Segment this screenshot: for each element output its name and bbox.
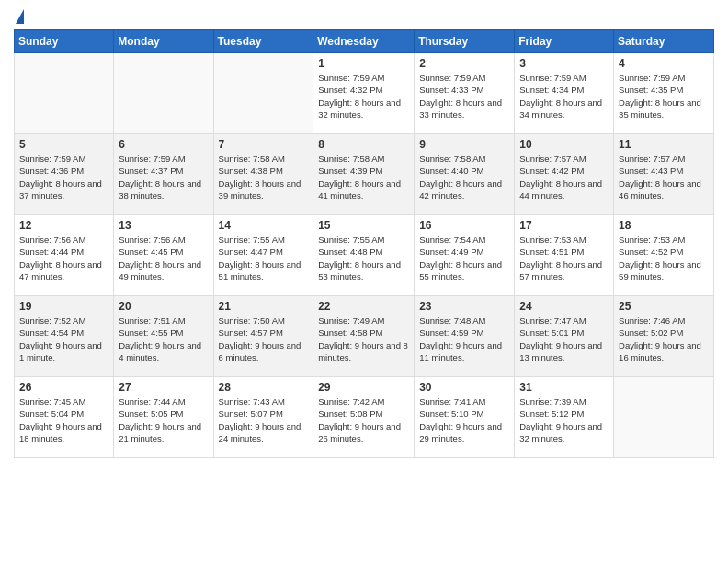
- day-number: 22: [318, 300, 409, 313]
- day-info: Sunrise: 7:53 AM Sunset: 4:51 PM Dayligh…: [519, 234, 609, 282]
- day-number: 27: [119, 381, 208, 394]
- day-number: 4: [619, 57, 709, 70]
- calendar-cell: 21Sunrise: 7:50 AM Sunset: 4:57 PM Dayli…: [213, 296, 313, 377]
- calendar-cell: 15Sunrise: 7:55 AM Sunset: 4:48 PM Dayli…: [313, 215, 415, 296]
- day-number: 3: [519, 57, 609, 70]
- day-number: 7: [219, 138, 309, 151]
- calendar-cell: 11Sunrise: 7:57 AM Sunset: 4:43 PM Dayli…: [614, 134, 714, 215]
- calendar-cell: 17Sunrise: 7:53 AM Sunset: 4:51 PM Dayli…: [515, 215, 614, 296]
- calendar-cell: 26Sunrise: 7:45 AM Sunset: 5:04 PM Dayli…: [15, 377, 114, 458]
- day-info: Sunrise: 7:51 AM Sunset: 4:55 PM Dayligh…: [119, 315, 208, 363]
- day-number: 28: [219, 381, 309, 394]
- calendar-cell: 16Sunrise: 7:54 AM Sunset: 4:49 PM Dayli…: [415, 215, 515, 296]
- calendar-cell: 6Sunrise: 7:59 AM Sunset: 4:37 PM Daylig…: [114, 134, 213, 215]
- day-info: Sunrise: 7:58 AM Sunset: 4:38 PM Dayligh…: [219, 153, 309, 201]
- day-info: Sunrise: 7:44 AM Sunset: 5:05 PM Dayligh…: [119, 396, 208, 444]
- calendar-cell: 25Sunrise: 7:46 AM Sunset: 5:02 PM Dayli…: [614, 296, 714, 377]
- day-number: 24: [519, 300, 609, 313]
- col-header-monday: Monday: [114, 30, 213, 53]
- day-info: Sunrise: 7:59 AM Sunset: 4:36 PM Dayligh…: [19, 153, 108, 201]
- calendar-cell: 2Sunrise: 7:59 AM Sunset: 4:33 PM Daylig…: [415, 53, 515, 134]
- day-number: 16: [419, 219, 509, 232]
- day-info: Sunrise: 7:45 AM Sunset: 5:04 PM Dayligh…: [19, 396, 108, 444]
- day-number: 18: [619, 219, 709, 232]
- day-info: Sunrise: 7:49 AM Sunset: 4:58 PM Dayligh…: [318, 315, 409, 363]
- day-info: Sunrise: 7:56 AM Sunset: 4:45 PM Dayligh…: [119, 234, 208, 282]
- calendar-cell: 4Sunrise: 7:59 AM Sunset: 4:35 PM Daylig…: [614, 53, 714, 134]
- day-number: 31: [519, 381, 609, 394]
- calendar-cell: 5Sunrise: 7:59 AM Sunset: 4:36 PM Daylig…: [15, 134, 114, 215]
- day-info: Sunrise: 7:57 AM Sunset: 4:43 PM Dayligh…: [619, 153, 709, 201]
- calendar-week-row: 1Sunrise: 7:59 AM Sunset: 4:32 PM Daylig…: [15, 53, 714, 134]
- day-info: Sunrise: 7:41 AM Sunset: 5:10 PM Dayligh…: [419, 396, 509, 444]
- calendar-cell: [15, 53, 114, 134]
- col-header-tuesday: Tuesday: [213, 30, 313, 53]
- header: [14, 9, 714, 22]
- calendar-week-row: 12Sunrise: 7:56 AM Sunset: 4:44 PM Dayli…: [15, 215, 714, 296]
- col-header-saturday: Saturday: [614, 30, 714, 53]
- calendar-cell: 20Sunrise: 7:51 AM Sunset: 4:55 PM Dayli…: [114, 296, 213, 377]
- calendar-cell: 9Sunrise: 7:58 AM Sunset: 4:40 PM Daylig…: [415, 134, 515, 215]
- calendar-cell: 27Sunrise: 7:44 AM Sunset: 5:05 PM Dayli…: [114, 377, 213, 458]
- calendar-cell: 18Sunrise: 7:53 AM Sunset: 4:52 PM Dayli…: [614, 215, 714, 296]
- calendar-cell: [114, 53, 213, 134]
- calendar-cell: 22Sunrise: 7:49 AM Sunset: 4:58 PM Dayli…: [313, 296, 415, 377]
- day-number: 17: [519, 219, 609, 232]
- calendar-cell: 29Sunrise: 7:42 AM Sunset: 5:08 PM Dayli…: [313, 377, 415, 458]
- calendar-cell: 31Sunrise: 7:39 AM Sunset: 5:12 PM Dayli…: [515, 377, 614, 458]
- day-number: 29: [318, 381, 409, 394]
- day-number: 26: [19, 381, 108, 394]
- calendar-cell: 8Sunrise: 7:58 AM Sunset: 4:39 PM Daylig…: [313, 134, 415, 215]
- calendar-cell: 14Sunrise: 7:55 AM Sunset: 4:47 PM Dayli…: [213, 215, 313, 296]
- calendar-cell: 19Sunrise: 7:52 AM Sunset: 4:54 PM Dayli…: [15, 296, 114, 377]
- logo: [14, 9, 24, 22]
- day-info: Sunrise: 7:53 AM Sunset: 4:52 PM Dayligh…: [619, 234, 709, 282]
- day-info: Sunrise: 7:55 AM Sunset: 4:48 PM Dayligh…: [318, 234, 409, 282]
- day-number: 11: [619, 138, 709, 151]
- calendar-cell: 24Sunrise: 7:47 AM Sunset: 5:01 PM Dayli…: [515, 296, 614, 377]
- day-number: 20: [119, 300, 208, 313]
- day-number: 15: [318, 219, 409, 232]
- day-number: 1: [318, 57, 409, 70]
- calendar-cell: 7Sunrise: 7:58 AM Sunset: 4:38 PM Daylig…: [213, 134, 313, 215]
- calendar-header-row: SundayMondayTuesdayWednesdayThursdayFrid…: [15, 30, 714, 53]
- day-number: 10: [519, 138, 609, 151]
- calendar-table: SundayMondayTuesdayWednesdayThursdayFrid…: [14, 29, 714, 458]
- calendar-cell: 10Sunrise: 7:57 AM Sunset: 4:42 PM Dayli…: [515, 134, 614, 215]
- day-number: 6: [119, 138, 208, 151]
- col-header-wednesday: Wednesday: [313, 30, 415, 53]
- day-info: Sunrise: 7:46 AM Sunset: 5:02 PM Dayligh…: [619, 315, 709, 363]
- calendar-week-row: 19Sunrise: 7:52 AM Sunset: 4:54 PM Dayli…: [15, 296, 714, 377]
- page: SundayMondayTuesdayWednesdayThursdayFrid…: [0, 0, 728, 563]
- day-info: Sunrise: 7:50 AM Sunset: 4:57 PM Dayligh…: [219, 315, 309, 363]
- day-info: Sunrise: 7:59 AM Sunset: 4:32 PM Dayligh…: [318, 72, 409, 121]
- calendar-cell: 30Sunrise: 7:41 AM Sunset: 5:10 PM Dayli…: [415, 377, 515, 458]
- day-info: Sunrise: 7:42 AM Sunset: 5:08 PM Dayligh…: [318, 396, 409, 444]
- day-info: Sunrise: 7:47 AM Sunset: 5:01 PM Dayligh…: [519, 315, 609, 363]
- day-info: Sunrise: 7:52 AM Sunset: 4:54 PM Dayligh…: [19, 315, 108, 363]
- day-info: Sunrise: 7:43 AM Sunset: 5:07 PM Dayligh…: [219, 396, 309, 444]
- calendar-cell: 3Sunrise: 7:59 AM Sunset: 4:34 PM Daylig…: [515, 53, 614, 134]
- day-info: Sunrise: 7:54 AM Sunset: 4:49 PM Dayligh…: [419, 234, 509, 282]
- calendar-cell: 23Sunrise: 7:48 AM Sunset: 4:59 PM Dayli…: [415, 296, 515, 377]
- day-info: Sunrise: 7:56 AM Sunset: 4:44 PM Dayligh…: [19, 234, 108, 282]
- day-number: 30: [419, 381, 509, 394]
- logo-triangle-icon: [16, 9, 24, 24]
- day-number: 25: [619, 300, 709, 313]
- day-info: Sunrise: 7:58 AM Sunset: 4:40 PM Dayligh…: [419, 153, 509, 201]
- day-number: 21: [219, 300, 309, 313]
- day-number: 13: [119, 219, 208, 232]
- calendar-cell: 13Sunrise: 7:56 AM Sunset: 4:45 PM Dayli…: [114, 215, 213, 296]
- day-number: 19: [19, 300, 108, 313]
- calendar-cell: 28Sunrise: 7:43 AM Sunset: 5:07 PM Dayli…: [213, 377, 313, 458]
- day-number: 9: [419, 138, 509, 151]
- day-number: 14: [219, 219, 309, 232]
- calendar-cell: [213, 53, 313, 134]
- day-number: 12: [19, 219, 108, 232]
- day-info: Sunrise: 7:57 AM Sunset: 4:42 PM Dayligh…: [519, 153, 609, 201]
- day-info: Sunrise: 7:59 AM Sunset: 4:34 PM Dayligh…: [519, 72, 609, 121]
- day-number: 23: [419, 300, 509, 313]
- col-header-thursday: Thursday: [415, 30, 515, 53]
- calendar-week-row: 26Sunrise: 7:45 AM Sunset: 5:04 PM Dayli…: [15, 377, 714, 458]
- calendar-cell: 1Sunrise: 7:59 AM Sunset: 4:32 PM Daylig…: [313, 53, 415, 134]
